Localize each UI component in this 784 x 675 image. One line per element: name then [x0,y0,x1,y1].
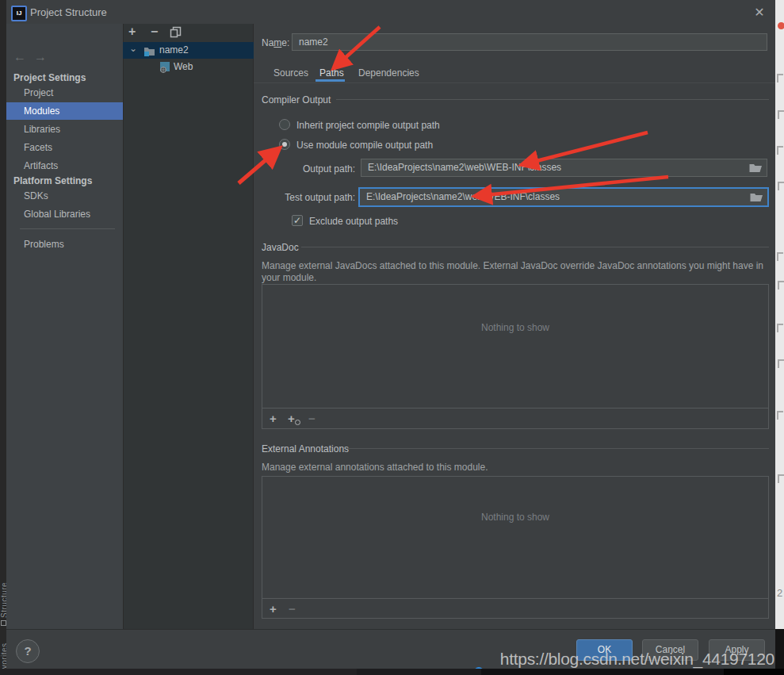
annotations-list-toolbar: + − [262,598,768,619]
test-output-path-value: E:\IdeaProjects\name2\web\WEB-INF\classe… [366,191,560,202]
exclude-output-paths-label[interactable]: Exclude output paths [309,216,398,227]
section-line [336,99,769,100]
sidebar-item-facets[interactable]: Facets [6,139,123,156]
name-label: Name: [262,37,289,48]
annotations-list[interactable]: Nothing to show + − [262,476,769,619]
background-page-strip: 2 [775,0,784,629]
tabs-separator [254,82,775,83]
project-structure-dialog: Structure Favorites 2 IJ Project Structu… [0,0,784,675]
radio-inherit-output[interactable] [279,119,290,130]
sidebar-item-libraries[interactable]: Libraries [6,121,123,138]
add-annotation-icon[interactable]: + [270,603,277,616]
taskbar-segment [481,669,724,675]
help-button[interactable]: ? [16,639,40,663]
annotations-description: Manage external annotations attached to … [262,462,488,473]
output-path-input[interactable]: E:\IdeaProjects\name2\web\WEB-INF\classe… [361,159,767,177]
remove-javadoc-icon: − [308,412,316,425]
structure-toolwindow-icon [1,620,6,626]
annotations-empty-text: Nothing to show [481,512,549,523]
add-javadoc-icon[interactable]: + [270,412,277,425]
tree-root-label: name2 [159,44,189,56]
taskbar-segment [724,669,784,675]
copy-module-icon[interactable] [170,26,182,38]
javadoc-list[interactable]: Nothing to show + + − [262,284,769,429]
dialog-titlebar: IJ Project Structure ✕ [6,0,775,25]
tree-row-web[interactable]: Web [123,59,254,75]
tree-child-label: Web [174,61,193,72]
active-tab-underline [316,79,345,82]
remove-module-icon[interactable]: − [151,25,158,38]
test-output-path-input[interactable]: E:\IdeaProjects\name2\web\WEB-INF\classe… [358,187,769,207]
sidebar-item-artifacts[interactable]: Artifacts [6,157,123,175]
exclude-output-paths-checkbox[interactable]: ✓ [292,215,303,226]
sidebar-item-modules[interactable]: Modules [6,102,123,120]
module-name-input[interactable]: name2 [292,33,767,51]
javadoc-section-title: JavaDoc [262,242,299,253]
back-arrow-icon[interactable]: ← [13,50,26,64]
forward-arrow-icon[interactable]: → [34,50,47,64]
test-output-path-label: Test output path: [262,192,355,203]
watermark-text: https://blog.csdn.net/weixin_44197120 [500,650,774,669]
tree-row-name2[interactable]: ⌄ name2 [123,42,254,59]
sidebar-group-project-settings: Project Settings [13,72,86,83]
browse-folder-icon[interactable] [750,190,763,203]
browse-folder-icon[interactable] [749,161,763,174]
close-icon[interactable]: ✕ [751,5,767,21]
sidebar-item-sdks[interactable]: SDKs [6,187,123,205]
section-line [301,247,769,247]
sidebar-divider [20,228,115,229]
intellij-logo-icon: IJ [11,6,27,21]
red-dot-fragment [778,22,784,29]
javadoc-list-toolbar: + + − [262,408,768,429]
radio-module-output-label[interactable]: Use module compile output path [296,140,433,151]
javadoc-description-line1: Manage external JavaDocs attached to thi… [262,260,763,271]
sidebar-item-problems[interactable]: Problems [6,236,123,253]
add-module-icon[interactable]: + [128,25,136,38]
output-path-label: Output path: [262,163,355,175]
ide-left-edge: Structure Favorites [0,0,6,675]
sidebar-item-project[interactable]: Project [6,84,123,102]
output-path-value: E:\IdeaProjects\name2\web\WEB-INF\classe… [368,162,561,173]
tab-sources[interactable]: Sources [273,67,308,79]
tab-dependencies[interactable]: Dependencies [358,67,419,79]
radio-module-output[interactable] [279,139,290,150]
radio-inherit-output-label[interactable]: Inherit project compile output path [296,120,440,131]
taskbar-segment [0,669,357,675]
web-facet-icon [159,61,170,73]
add-javadoc-url-icon[interactable]: + [288,412,295,425]
sidebar-group-platform-settings: Platform Settings [13,175,92,186]
external-annotations-section-title: External Annotations [262,443,349,454]
dialog-title: Project Structure [30,6,107,18]
module-folder-icon [143,45,155,56]
settings-sidebar: ← → Project Settings Project Modules Lib… [6,24,123,629]
javadoc-description-line2: your module. [262,272,316,283]
compiler-output-section-title: Compiler Output [262,94,331,105]
sidebar-item-global-libraries[interactable]: Global Libraries [6,205,123,223]
remove-annotation-icon: − [289,603,296,616]
chevron-down-icon[interactable]: ⌄ [129,43,137,54]
section-line [346,448,769,449]
javadoc-empty-text: Nothing to show [481,322,549,333]
tab-paths[interactable]: Paths [319,67,344,79]
clipped-text-fragment: 2 [777,587,782,599]
modules-tree-panel [123,24,254,629]
url-badge-icon [295,420,300,425]
